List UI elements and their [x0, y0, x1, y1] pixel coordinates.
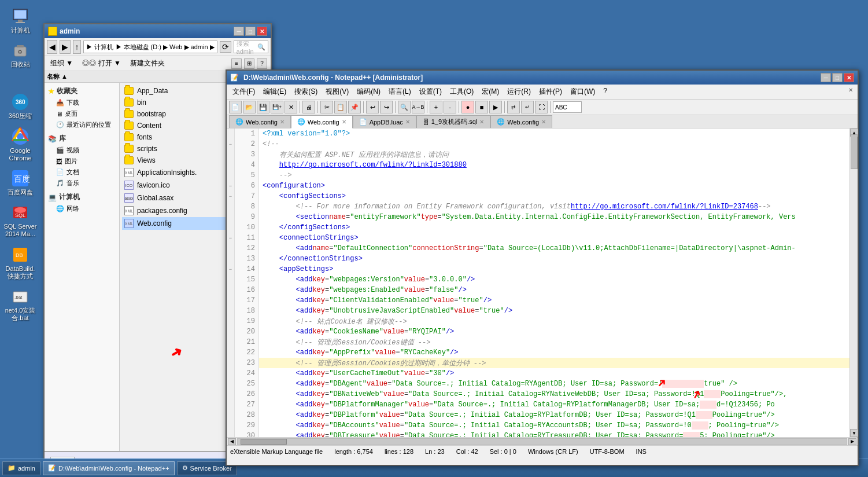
fold-14[interactable]: −: [227, 264, 234, 274]
tb-replace[interactable]: A→B: [412, 101, 424, 113]
scroll-down-button[interactable]: ▼: [850, 429, 858, 437]
notepad-restore-button[interactable]: □: [832, 73, 843, 82]
computer-header[interactable]: 💻 计算机: [47, 191, 117, 203]
menu-encode[interactable]: 编码(N): [353, 86, 384, 98]
tb-record[interactable]: ●: [461, 101, 474, 113]
tb-stop[interactable]: ■: [475, 101, 488, 113]
sidebar-item-video[interactable]: 🎬 视频: [47, 145, 117, 156]
sqlserver-icon[interactable]: SQL SQL Server2014 Ma...: [2, 202, 39, 239]
tb-wordwrap[interactable]: ↵: [521, 101, 534, 113]
menu-edit[interactable]: 编辑(E): [260, 86, 290, 98]
tb-paste[interactable]: 📌: [348, 101, 361, 113]
tb-play[interactable]: ▶: [489, 101, 502, 113]
tb-undo[interactable]: ↩: [366, 101, 379, 113]
open-button[interactable]: ◎◎ 打开 ▼: [80, 57, 123, 69]
tab0-close[interactable]: ✕: [280, 119, 285, 125]
tab-1[interactable]: 🌐 Web.config ✕: [291, 115, 353, 129]
sidebar-item-picture[interactable]: 🖼 图片: [47, 156, 117, 167]
notepad-minimize-button[interactable]: ─: [821, 73, 831, 82]
baidu-icon[interactable]: 百度 百度网盘: [2, 168, 39, 197]
tab-4[interactable]: 🌐 Web.config ✕: [490, 115, 552, 128]
chrome-icon[interactable]: GoogleChrome: [2, 126, 39, 163]
tb-copy[interactable]: 📋: [334, 101, 347, 113]
view-detail-button[interactable]: ⊞: [244, 58, 254, 69]
fold-7[interactable]: −: [227, 191, 234, 201]
tb-print[interactable]: 🖨: [302, 101, 315, 113]
databuild-icon[interactable]: DB DataBuild.快捷方式: [2, 244, 39, 281]
tb-zoomin[interactable]: +: [430, 101, 442, 113]
new-folder-button[interactable]: 新建文件夹: [128, 57, 167, 69]
code-area[interactable]: <?xml version="1.0"?> <!-- 有关如何配置 ASP.NE…: [259, 129, 849, 437]
net4-icon[interactable]: .bat net4.0安装合.bat: [2, 286, 39, 323]
fold-2[interactable]: −: [227, 139, 234, 149]
vertical-scrollbar[interactable]: ▲ ▼: [849, 129, 858, 437]
forward-button[interactable]: ▶: [60, 40, 70, 54]
refresh-btn[interactable]: ⟳: [220, 41, 231, 53]
tb-saveall[interactable]: 💾+: [271, 101, 283, 113]
taskbar-explorer[interactable]: 📁 admin: [2, 461, 40, 475]
sidebar-item-recent[interactable]: 🕐 最近访问的位置: [47, 119, 117, 130]
refresh-icon[interactable]: ⟳: [220, 41, 231, 53]
tb-new[interactable]: 📄: [229, 101, 242, 113]
minimize-button[interactable]: ─: [234, 27, 244, 36]
menu-settings[interactable]: 设置(T): [416, 86, 445, 98]
tb-cut[interactable]: ✂: [320, 101, 333, 113]
menu-help[interactable]: ?: [600, 86, 611, 98]
menu-plugins[interactable]: 插件(P): [535, 86, 566, 98]
search-box[interactable]: 搜索 admin 🔍: [234, 41, 268, 53]
sidebar-item-desktop[interactable]: 🖥 桌面: [47, 108, 117, 119]
menu-run[interactable]: 运行(R): [504, 86, 534, 98]
up-button[interactable]: ↑: [73, 40, 82, 54]
tb-fullscreen[interactable]: ⛶: [535, 101, 548, 113]
h-scroll-thumb[interactable]: [241, 439, 287, 445]
menu-file[interactable]: 文件(F): [229, 86, 258, 98]
tab1-close[interactable]: ✕: [342, 119, 346, 125]
tb-funclist[interactable]: ABC: [553, 101, 582, 113]
menu-search[interactable]: 搜索(S): [291, 86, 321, 98]
sidebar-item-download[interactable]: 📥 下载: [47, 97, 117, 108]
back-button[interactable]: ◀: [47, 40, 57, 54]
tb-zoomout[interactable]: -: [444, 101, 456, 113]
tb-redo[interactable]: ↪: [380, 101, 393, 113]
help-button[interactable]: ?: [257, 58, 267, 69]
address-bar[interactable]: ▶ 计算机 ▶ 本地磁盘 (D:) ▶ Web ▶ admin ▶: [83, 41, 217, 53]
tab2-close[interactable]: ✕: [405, 119, 410, 125]
computer-icon[interactable]: 计算机: [2, 6, 39, 35]
horizontal-scrollbar[interactable]: ◀ ▶: [227, 437, 858, 445]
tab3-close[interactable]: ✕: [479, 119, 484, 125]
library-header[interactable]: 📚 库: [47, 133, 117, 145]
line-num-3: 3: [235, 149, 258, 160]
tb-open[interactable]: 📂: [243, 101, 256, 113]
tab4-close[interactable]: ✕: [541, 119, 546, 125]
sidebar-item-network[interactable]: 🌐 网络: [47, 203, 117, 214]
tb-find[interactable]: 🔍: [398, 101, 411, 113]
tb-syncscroll[interactable]: ⇄: [507, 101, 520, 113]
menu-macro[interactable]: 宏(M): [478, 86, 503, 98]
menu-tools[interactable]: 工具(O): [446, 86, 477, 98]
scroll-thumb[interactable]: [851, 134, 858, 169]
favorites-header[interactable]: ★ 收藏夹: [47, 85, 117, 97]
sidebar-item-music[interactable]: 🎵 音乐: [47, 178, 117, 189]
taskbar-notepad[interactable]: 📝 D:\Web\admin\Web.config - Notepad++: [43, 461, 175, 475]
tb-close[interactable]: ✕: [285, 101, 297, 113]
menu-window[interactable]: 窗口(W): [567, 86, 599, 98]
menu-language[interactable]: 语言(L): [385, 86, 415, 98]
menu-view[interactable]: 视图(V): [322, 86, 352, 98]
close-button[interactable]: ✕: [257, 27, 267, 36]
restore-button[interactable]: □: [245, 27, 256, 36]
close-panel-button[interactable]: ✕: [846, 86, 855, 98]
fold-6[interactable]: −: [227, 181, 234, 191]
notepad-close-button[interactable]: ✕: [844, 73, 854, 82]
zip360-icon[interactable]: 360 360压缩: [2, 91, 39, 121]
tab-2[interactable]: 📄 AppDB.luac ✕: [353, 115, 416, 128]
scroll-right-button[interactable]: ▶: [848, 438, 856, 445]
tb-save[interactable]: 💾: [257, 101, 269, 113]
tab-3[interactable]: 🗄 1_9攻机器码.sql ✕: [416, 115, 490, 128]
fold-11[interactable]: −: [227, 233, 234, 243]
organize-button[interactable]: 组织 ▼: [48, 57, 75, 69]
scroll-left-button[interactable]: ◀: [228, 438, 236, 445]
recycle-icon[interactable]: ♻ 回收站: [2, 40, 39, 69]
view-list-button[interactable]: ≡: [231, 58, 242, 69]
tab-0[interactable]: 🌐 Web.config ✕: [229, 115, 291, 128]
sidebar-item-doc[interactable]: 📄 文档: [47, 167, 117, 178]
